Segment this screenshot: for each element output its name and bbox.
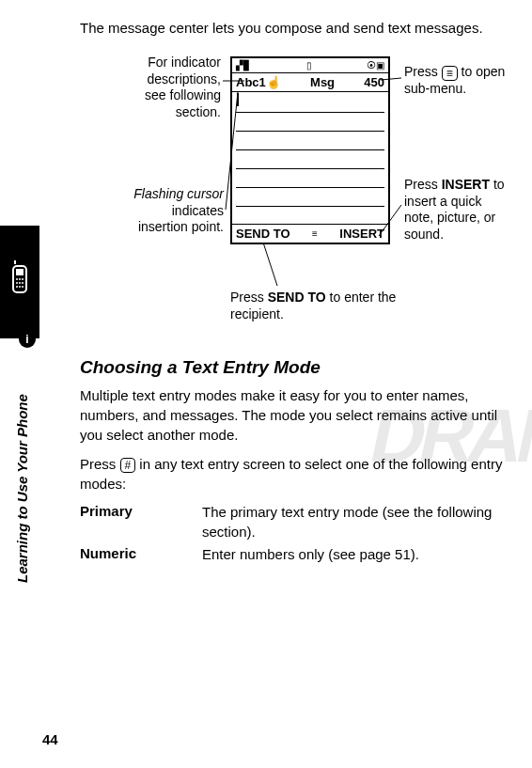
svg-rect-6: [16, 269, 23, 275]
battery-icon: ⦿▣: [367, 60, 384, 71]
svg-line-4: [263, 243, 277, 286]
svg-point-10: [22, 278, 23, 280]
entry-mode-indicator: Abc1☝: [236, 75, 281, 89]
info-icon: i: [19, 331, 36, 348]
menu-key-icon: ≡: [442, 66, 458, 81]
svg-point-8: [16, 278, 18, 280]
svg-point-9: [19, 278, 21, 280]
status-bar: ▞▊ ▯ ⦿▣: [232, 58, 388, 73]
intro-paragraph: The message center lets you compose and …: [80, 19, 513, 38]
hash-key-icon: #: [120, 458, 136, 473]
signal-icon: ▞▊: [236, 60, 251, 71]
svg-point-11: [16, 282, 18, 284]
status-mid-icon: ▯: [306, 60, 312, 71]
softkey-left: SEND TO: [236, 227, 290, 241]
mode-desc-numeric: Enter numbers only (see page 51).: [202, 545, 513, 564]
mode-desc-primary: The primary text entry mode (see the fol…: [202, 503, 513, 541]
section-heading: Choosing a Text Entry Mode: [80, 357, 513, 378]
svg-point-16: [22, 286, 23, 288]
para-2-a: Press: [80, 456, 120, 472]
callout-indicator: For indicator descriptions, see followin…: [132, 55, 221, 120]
insert-key-label: INSERT: [442, 177, 490, 192]
callout-insert-a: Press: [404, 177, 442, 192]
para-2-b: in any text entry screen to select one o…: [80, 456, 502, 492]
mode-name-primary: Primary: [80, 503, 202, 541]
text-area: [232, 92, 388, 224]
char-count: 450: [364, 75, 384, 89]
callout-cursor: Flashing cursor indicates insertion poin…: [122, 186, 224, 236]
svg-point-14: [16, 286, 18, 288]
mode-name-numeric: Numeric: [80, 545, 202, 564]
text-cursor: [237, 93, 239, 106]
title-bar: Abc1☝ Msg 450: [232, 73, 388, 92]
svg-point-12: [19, 282, 21, 284]
screen-title: Msg: [310, 75, 335, 89]
callout-submenu: Press ≡ to open sub-menu.: [404, 64, 508, 97]
softkey-right: INSERT: [339, 227, 384, 241]
svg-point-13: [22, 282, 23, 284]
side-chapter-title: Learning to Use Your Phone: [14, 394, 30, 583]
mode-row-primary: Primary The primary text entry mode (see…: [80, 503, 513, 541]
para-2: Press # in any text entry screen to sele…: [80, 454, 513, 494]
callout-insert: Press INSERT to insert a quick note, pic…: [404, 177, 512, 243]
para-1: Multiple text entry modes make it easy f…: [80, 385, 513, 445]
svg-point-15: [19, 286, 21, 288]
sendto-key-label: SEND TO: [268, 290, 326, 305]
mode-row-numeric: Numeric Enter numbers only (see page 51)…: [80, 545, 513, 564]
phone-icon: [8, 260, 32, 305]
phone-screen: ▞▊ ▯ ⦿▣ Abc1☝ Msg 450 SEND TO ≡ INSERT: [230, 56, 390, 244]
callout-cursor-italic: Flashing cursor: [133, 186, 224, 201]
callout-cursor-rest: indicates insertion point.: [138, 203, 224, 235]
page-number: 44: [42, 731, 58, 747]
callout-submenu-a: Press: [404, 64, 442, 79]
phone-diagram: ▞▊ ▯ ⦿▣ Abc1☝ Msg 450 SEND TO ≡ INSERT: [80, 45, 513, 346]
softkey-bar: SEND TO ≡ INSERT: [232, 224, 388, 243]
softkey-menu-icon: ≡: [312, 231, 318, 237]
callout-sendto: Press SEND TO to enter the recipient.: [230, 290, 428, 322]
sidebar-tab: i: [0, 226, 39, 338]
callout-sendto-a: Press: [230, 290, 268, 305]
